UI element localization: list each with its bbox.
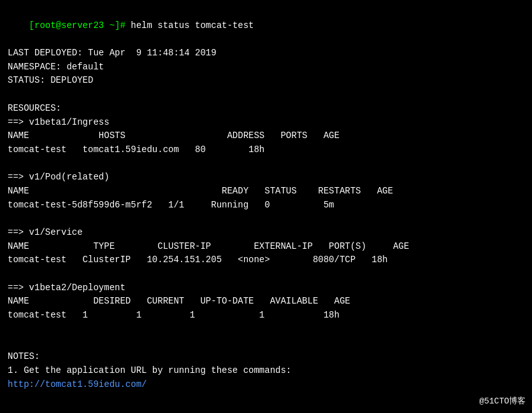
line-service-cols: NAME TYPE CLUSTER-IP EXTERNAL-IP PORT(S)… bbox=[8, 240, 524, 254]
line-service-header: ==> v1/Service bbox=[8, 226, 524, 240]
line-pod-cols: NAME READY STATUS RESTARTS AGE bbox=[8, 185, 524, 199]
empty-4 bbox=[8, 267, 524, 281]
line-namespace: NAMESPACE: default bbox=[8, 60, 524, 74]
line-resources: RESOURCES: bbox=[8, 102, 524, 116]
line-pod-header: ==> v1/Pod(related) bbox=[8, 171, 524, 185]
line-deployment-header: ==> v1beta2/Deployment bbox=[8, 281, 524, 295]
line-deployment-data: tomcat-test 1 1 1 1 18h bbox=[8, 309, 524, 323]
empty-1 bbox=[8, 88, 524, 102]
empty-6 bbox=[8, 337, 524, 351]
line-notes-1: 1. Get the application URL by running th… bbox=[8, 364, 524, 378]
line-url[interactable]: http://tomcat1.59iedu.com/ bbox=[8, 378, 524, 392]
line-service-data: tomcat-test ClusterIP 10.254.151.205 <no… bbox=[8, 253, 524, 267]
line-last-deployed: LAST DEPLOYED: Tue Apr 9 11:48:14 2019 bbox=[8, 46, 524, 60]
empty-3 bbox=[8, 212, 524, 226]
prompt-line: [root@server23 ~]# helm status tomcat-te… bbox=[8, 5, 524, 46]
line-status: STATUS: DEPLOYED bbox=[8, 74, 524, 88]
prompt-command: helm status tomcat-test bbox=[131, 20, 254, 31]
prompt-user: [root@server23 ~]# bbox=[29, 20, 131, 31]
line-ingress-data: tomcat-test tomcat1.59iedu.com 80 18h bbox=[8, 143, 524, 157]
line-ingress-header: ==> v1beta1/Ingress bbox=[8, 116, 524, 130]
line-deployment-cols: NAME DESIRED CURRENT UP-TO-DATE AVAILABL… bbox=[8, 295, 524, 309]
line-pod-data: tomcat-test-5d8f599d6-m5rf2 1/1 Running … bbox=[8, 199, 524, 213]
line-ingress-cols: NAME HOSTS ADDRESS PORTS AGE bbox=[8, 129, 524, 143]
terminal-window: [root@server23 ~]# helm status tomcat-te… bbox=[0, 0, 532, 413]
watermark: @51CTO博客 bbox=[479, 395, 526, 407]
empty-5 bbox=[8, 323, 524, 337]
line-notes: NOTES: bbox=[8, 350, 524, 364]
empty-2 bbox=[8, 157, 524, 171]
